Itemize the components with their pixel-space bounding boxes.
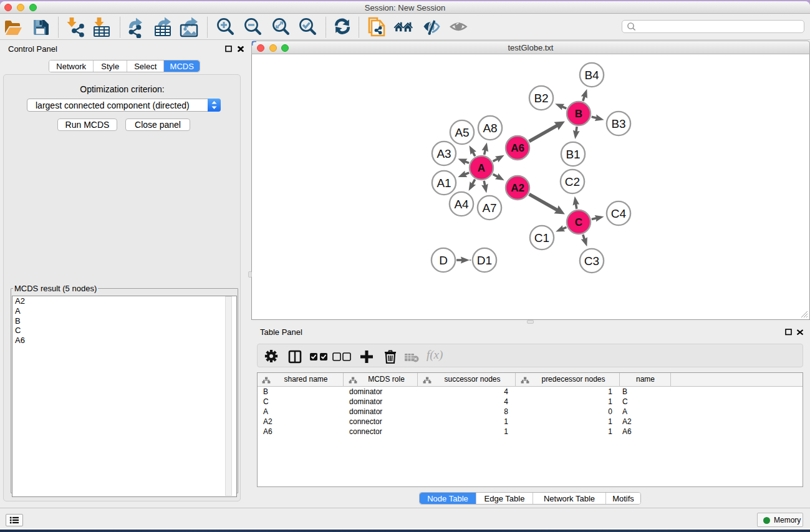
svg-text:C1: C1 xyxy=(534,231,549,244)
svg-text:C: C xyxy=(575,216,582,228)
svg-text:A: A xyxy=(478,162,485,174)
svg-text:A4: A4 xyxy=(454,198,469,211)
svg-text:B2: B2 xyxy=(534,92,548,105)
svg-text:A7: A7 xyxy=(482,201,496,215)
svg-text:A8: A8 xyxy=(483,122,497,135)
svg-text:B: B xyxy=(575,108,582,120)
svg-text:A6: A6 xyxy=(511,142,524,154)
svg-text:D: D xyxy=(439,254,448,267)
svg-text:C3: C3 xyxy=(584,254,599,268)
svg-text:A1: A1 xyxy=(436,177,451,190)
svg-text:B4: B4 xyxy=(584,69,599,82)
svg-text:A3: A3 xyxy=(436,147,451,160)
svg-text:C4: C4 xyxy=(611,207,627,220)
svg-text:A5: A5 xyxy=(455,126,469,139)
svg-text:D1: D1 xyxy=(477,254,492,267)
svg-text:C2: C2 xyxy=(565,175,580,188)
svg-text:B1: B1 xyxy=(566,148,580,161)
svg-text:A2: A2 xyxy=(511,182,524,194)
svg-text:B3: B3 xyxy=(611,117,625,130)
